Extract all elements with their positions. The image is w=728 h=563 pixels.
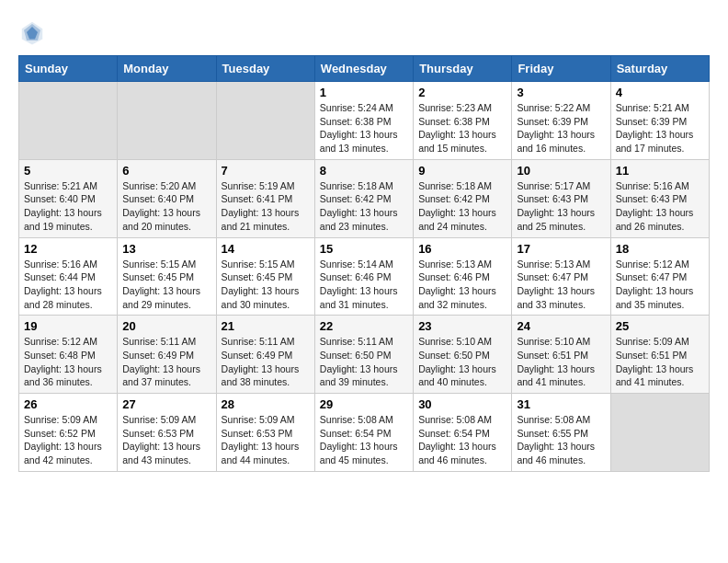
day-number: 27 (122, 397, 210, 411)
calendar-cell: 20Sunrise: 5:11 AM Sunset: 6:49 PM Dayli… (118, 316, 216, 394)
calendar-cell: 23Sunrise: 5:10 AM Sunset: 6:50 PM Dayli… (414, 316, 512, 394)
day-info: Sunrise: 5:10 AM Sunset: 6:51 PM Dayligh… (517, 335, 605, 389)
calendar-cell: 10Sunrise: 5:17 AM Sunset: 6:43 PM Dayli… (512, 159, 610, 237)
day-header-wednesday: Wednesday (314, 56, 413, 82)
day-info: Sunrise: 5:15 AM Sunset: 6:45 PM Dayligh… (222, 258, 310, 312)
calendar-cell: 8Sunrise: 5:18 AM Sunset: 6:42 PM Daylig… (314, 159, 413, 237)
calendar-cell: 29Sunrise: 5:08 AM Sunset: 6:54 PM Dayli… (314, 394, 413, 472)
day-info: Sunrise: 5:08 AM Sunset: 6:54 PM Dayligh… (320, 413, 408, 467)
logo-icon (18, 18, 46, 46)
calendar-cell: 9Sunrise: 5:18 AM Sunset: 6:42 PM Daylig… (414, 159, 512, 237)
calendar-cell (610, 394, 709, 472)
calendar-week-row: 1Sunrise: 5:24 AM Sunset: 6:38 PM Daylig… (19, 82, 710, 160)
day-number: 11 (616, 164, 704, 178)
day-number: 2 (418, 86, 506, 99)
day-number: 7 (222, 164, 310, 178)
day-number: 6 (122, 164, 210, 178)
calendar-cell: 27Sunrise: 5:09 AM Sunset: 6:53 PM Dayli… (118, 394, 216, 472)
calendar-cell: 1Sunrise: 5:24 AM Sunset: 6:38 PM Daylig… (314, 82, 413, 160)
calendar-cell: 22Sunrise: 5:11 AM Sunset: 6:50 PM Dayli… (314, 316, 413, 394)
day-number: 20 (122, 319, 210, 333)
day-number: 26 (24, 397, 112, 411)
calendar-cell: 19Sunrise: 5:12 AM Sunset: 6:48 PM Dayli… (19, 316, 118, 394)
page-header (18, 18, 710, 46)
calendar-table: SundayMondayTuesdayWednesdayThursdayFrid… (18, 55, 710, 472)
day-number: 31 (517, 397, 605, 411)
day-info: Sunrise: 5:21 AM Sunset: 6:40 PM Dayligh… (24, 179, 112, 234)
day-info: Sunrise: 5:08 AM Sunset: 6:55 PM Dayligh… (517, 413, 605, 467)
day-info: Sunrise: 5:22 AM Sunset: 6:39 PM Dayligh… (517, 101, 605, 155)
day-number: 14 (222, 242, 310, 256)
day-number: 28 (222, 397, 310, 411)
calendar-header-row: SundayMondayTuesdayWednesdayThursdayFrid… (19, 56, 710, 82)
calendar-cell (216, 82, 314, 160)
calendar-cell: 11Sunrise: 5:16 AM Sunset: 6:43 PM Dayli… (610, 159, 709, 237)
day-info: Sunrise: 5:24 AM Sunset: 6:38 PM Dayligh… (320, 101, 408, 155)
calendar-cell (19, 82, 118, 160)
day-info: Sunrise: 5:21 AM Sunset: 6:39 PM Dayligh… (616, 101, 704, 155)
day-info: Sunrise: 5:11 AM Sunset: 6:49 PM Dayligh… (222, 335, 310, 389)
day-info: Sunrise: 5:16 AM Sunset: 6:44 PM Dayligh… (24, 258, 112, 312)
day-header-thursday: Thursday (414, 56, 512, 82)
day-number: 13 (122, 242, 210, 256)
day-number: 8 (320, 164, 408, 178)
calendar-cell: 30Sunrise: 5:08 AM Sunset: 6:54 PM Dayli… (414, 394, 512, 472)
day-header-monday: Monday (118, 56, 216, 82)
day-info: Sunrise: 5:09 AM Sunset: 6:53 PM Dayligh… (122, 413, 210, 467)
day-info: Sunrise: 5:17 AM Sunset: 6:43 PM Dayligh… (517, 179, 605, 234)
day-info: Sunrise: 5:09 AM Sunset: 6:53 PM Dayligh… (222, 413, 310, 467)
day-number: 15 (320, 242, 408, 256)
calendar-cell: 3Sunrise: 5:22 AM Sunset: 6:39 PM Daylig… (512, 82, 610, 160)
calendar-cell: 31Sunrise: 5:08 AM Sunset: 6:55 PM Dayli… (512, 394, 610, 472)
day-info: Sunrise: 5:13 AM Sunset: 6:46 PM Dayligh… (418, 258, 506, 312)
day-info: Sunrise: 5:16 AM Sunset: 6:43 PM Dayligh… (616, 179, 704, 234)
day-number: 3 (517, 86, 605, 99)
day-number: 4 (616, 86, 704, 99)
day-info: Sunrise: 5:11 AM Sunset: 6:50 PM Dayligh… (320, 335, 408, 389)
calendar-cell: 28Sunrise: 5:09 AM Sunset: 6:53 PM Dayli… (216, 394, 314, 472)
day-number: 25 (616, 319, 704, 333)
day-number: 21 (222, 319, 310, 333)
day-number: 1 (320, 86, 408, 99)
day-number: 22 (320, 319, 408, 333)
calendar-cell: 4Sunrise: 5:21 AM Sunset: 6:39 PM Daylig… (610, 82, 709, 160)
calendar-cell: 16Sunrise: 5:13 AM Sunset: 6:46 PM Dayli… (414, 237, 512, 316)
calendar-cell: 17Sunrise: 5:13 AM Sunset: 6:47 PM Dayli… (512, 237, 610, 316)
day-info: Sunrise: 5:09 AM Sunset: 6:52 PM Dayligh… (24, 413, 112, 467)
day-info: Sunrise: 5:13 AM Sunset: 6:47 PM Dayligh… (517, 258, 605, 312)
day-number: 30 (418, 397, 506, 411)
calendar-cell: 26Sunrise: 5:09 AM Sunset: 6:52 PM Dayli… (19, 394, 118, 472)
calendar-cell (118, 82, 216, 160)
day-number: 19 (24, 319, 112, 333)
day-number: 18 (616, 242, 704, 256)
calendar-cell: 18Sunrise: 5:12 AM Sunset: 6:47 PM Dayli… (610, 237, 709, 316)
calendar-cell: 6Sunrise: 5:20 AM Sunset: 6:40 PM Daylig… (118, 159, 216, 237)
calendar-cell: 14Sunrise: 5:15 AM Sunset: 6:45 PM Dayli… (216, 237, 314, 316)
day-info: Sunrise: 5:12 AM Sunset: 6:48 PM Dayligh… (24, 335, 112, 389)
day-number: 9 (418, 164, 506, 178)
logo (18, 18, 50, 46)
day-number: 12 (24, 242, 112, 256)
day-info: Sunrise: 5:09 AM Sunset: 6:51 PM Dayligh… (616, 335, 704, 389)
day-header-tuesday: Tuesday (216, 56, 314, 82)
calendar-cell: 12Sunrise: 5:16 AM Sunset: 6:44 PM Dayli… (19, 237, 118, 316)
day-info: Sunrise: 5:19 AM Sunset: 6:41 PM Dayligh… (222, 179, 310, 234)
day-info: Sunrise: 5:14 AM Sunset: 6:46 PM Dayligh… (320, 258, 408, 312)
day-info: Sunrise: 5:20 AM Sunset: 6:40 PM Dayligh… (122, 179, 210, 234)
calendar-cell: 5Sunrise: 5:21 AM Sunset: 6:40 PM Daylig… (19, 159, 118, 237)
calendar-week-row: 19Sunrise: 5:12 AM Sunset: 6:48 PM Dayli… (19, 316, 710, 394)
day-info: Sunrise: 5:18 AM Sunset: 6:42 PM Dayligh… (320, 179, 408, 234)
day-info: Sunrise: 5:18 AM Sunset: 6:42 PM Dayligh… (418, 179, 506, 234)
day-info: Sunrise: 5:11 AM Sunset: 6:49 PM Dayligh… (122, 335, 210, 389)
day-info: Sunrise: 5:10 AM Sunset: 6:50 PM Dayligh… (418, 335, 506, 389)
day-number: 17 (517, 242, 605, 256)
day-number: 23 (418, 319, 506, 333)
calendar-cell: 21Sunrise: 5:11 AM Sunset: 6:49 PM Dayli… (216, 316, 314, 394)
day-info: Sunrise: 5:08 AM Sunset: 6:54 PM Dayligh… (418, 413, 506, 467)
calendar-cell: 7Sunrise: 5:19 AM Sunset: 6:41 PM Daylig… (216, 159, 314, 237)
calendar-cell: 15Sunrise: 5:14 AM Sunset: 6:46 PM Dayli… (314, 237, 413, 316)
calendar-week-row: 5Sunrise: 5:21 AM Sunset: 6:40 PM Daylig… (19, 159, 710, 237)
day-number: 5 (24, 164, 112, 178)
day-info: Sunrise: 5:23 AM Sunset: 6:38 PM Dayligh… (418, 101, 506, 155)
day-header-sunday: Sunday (19, 56, 118, 82)
